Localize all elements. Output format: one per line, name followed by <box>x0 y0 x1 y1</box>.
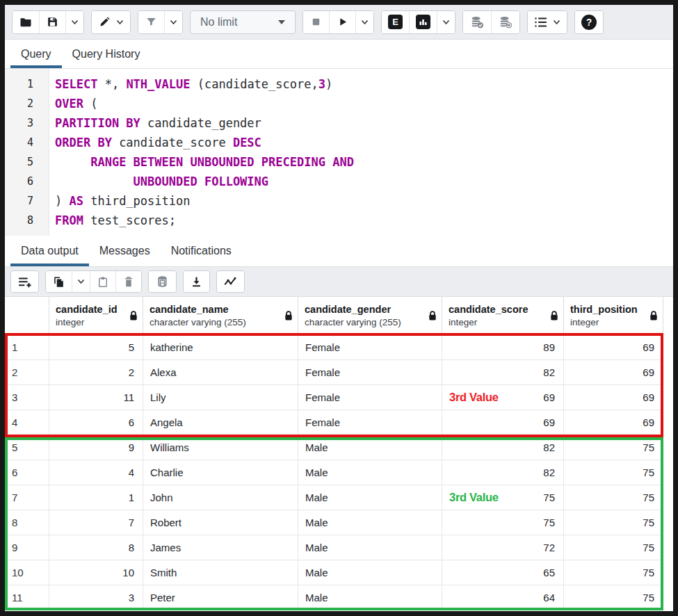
cell-candidate-id[interactable]: 4 <box>49 460 143 485</box>
row-number-header[interactable] <box>5 297 49 334</box>
copy-button[interactable] <box>46 271 72 292</box>
help-button[interactable]: ? <box>575 11 603 33</box>
sql-code-lines[interactable]: SELECT *, NTH_VALUE (candidate_score,3)O… <box>49 69 673 236</box>
row-number-cell[interactable]: 6 <box>5 460 49 485</box>
row-number-cell[interactable]: 11 <box>5 585 49 610</box>
cell-candidate-score[interactable]: 82 <box>442 435 564 460</box>
explain-dropdown-button[interactable] <box>437 11 455 33</box>
cell-candidate-gender[interactable]: Female <box>298 360 442 384</box>
code-line[interactable]: ) AS third_position <box>55 191 673 211</box>
macros-button[interactable] <box>528 11 567 33</box>
row-number-cell[interactable]: 10 <box>5 560 49 585</box>
commit-button[interactable] <box>463 11 491 33</box>
cell-candidate-name[interactable]: Williams <box>143 435 298 460</box>
cell-third-position[interactable]: 69 <box>564 385 663 410</box>
cell-candidate-name[interactable]: Charlie <box>143 460 298 485</box>
cell-candidate-id[interactable]: 10 <box>49 560 143 585</box>
paste-button[interactable] <box>90 271 115 292</box>
cell-candidate-name[interactable]: Peter <box>143 585 298 610</box>
cell-candidate-score[interactable]: 3rd Value75 <box>442 485 564 510</box>
cell-candidate-gender[interactable]: Male <box>298 535 442 560</box>
cell-candidate-name[interactable]: John <box>143 485 298 510</box>
sql-editor[interactable]: 12345678 SELECT *, NTH_VALUE (candidate_… <box>5 69 673 236</box>
cell-third-position[interactable]: 75 <box>564 485 663 510</box>
cell-candidate-score[interactable]: 82 <box>442 360 564 384</box>
cell-candidate-name[interactable]: Smith <box>143 560 298 585</box>
cell-candidate-score[interactable]: 82 <box>442 460 564 485</box>
cell-candidate-gender[interactable]: Female <box>298 410 442 435</box>
tab-query-history[interactable]: Query History <box>62 40 151 68</box>
cell-candidate-id[interactable]: 11 <box>49 385 143 410</box>
rollback-button[interactable] <box>491 11 519 33</box>
cell-candidate-gender[interactable]: Female <box>298 335 442 359</box>
save-data-changes-button[interactable] <box>149 271 176 292</box>
save-file-button[interactable] <box>39 11 65 33</box>
graph-visualiser-button[interactable] <box>217 271 244 292</box>
copy-dropdown-button[interactable] <box>72 271 90 292</box>
download-csv-button[interactable] <box>184 271 209 292</box>
execute-dropdown-button[interactable] <box>355 11 373 33</box>
cell-candidate-name[interactable]: Alexa <box>143 360 298 384</box>
code-line[interactable]: FROM test_scores; <box>55 211 673 230</box>
row-number-cell[interactable]: 3 <box>5 385 49 410</box>
cell-candidate-score[interactable]: 69 <box>442 410 564 435</box>
row-number-cell[interactable]: 5 <box>5 435 49 460</box>
cell-third-position[interactable]: 69 <box>564 335 663 359</box>
cell-third-position[interactable]: 75 <box>564 510 663 535</box>
cell-candidate-id[interactable]: 1 <box>49 485 143 510</box>
cell-candidate-score[interactable]: 75 <box>442 510 564 535</box>
cell-candidate-gender[interactable]: Male <box>298 510 442 535</box>
explain-button[interactable]: E <box>382 11 409 33</box>
explain-analyze-button[interactable] <box>409 11 437 33</box>
cell-candidate-name[interactable]: Robert <box>143 510 298 535</box>
cell-candidate-score[interactable]: 89 <box>442 335 564 359</box>
cell-third-position[interactable]: 69 <box>564 410 663 435</box>
edit-button[interactable] <box>92 11 130 33</box>
cell-third-position[interactable]: 75 <box>564 460 663 485</box>
cell-candidate-score[interactable]: 3rd Value69 <box>442 385 564 410</box>
code-line[interactable]: ORDER BY candidate_score DESC <box>55 133 673 152</box>
cell-candidate-gender[interactable]: Male <box>298 560 442 585</box>
cell-candidate-gender[interactable]: Male <box>298 460 442 485</box>
code-line[interactable]: RANGE BETWEEN UNBOUNDED PRECEDING AND <box>55 152 673 172</box>
code-line[interactable]: PARTITION BY candidate_gender <box>55 113 673 133</box>
cell-candidate-name[interactable]: Angela <box>143 410 298 435</box>
cell-third-position[interactable]: 69 <box>564 360 663 384</box>
row-number-cell[interactable]: 7 <box>5 485 49 510</box>
tab-messages[interactable]: Messages <box>89 236 161 266</box>
cell-candidate-id[interactable]: 2 <box>49 360 143 384</box>
filter-button[interactable] <box>138 11 164 33</box>
code-line[interactable]: SELECT *, NTH_VALUE (candidate_score,3) <box>55 74 673 94</box>
row-number-cell[interactable]: 1 <box>5 335 49 359</box>
column-header-candidate_id[interactable]: candidate_idinteger <box>49 297 143 334</box>
cell-candidate-id[interactable]: 7 <box>49 510 143 535</box>
cell-third-position[interactable]: 75 <box>564 435 663 460</box>
cell-candidate-id[interactable]: 3 <box>49 585 143 610</box>
delete-button[interactable] <box>115 271 141 292</box>
row-number-cell[interactable]: 9 <box>5 535 49 560</box>
code-line[interactable]: OVER ( <box>55 94 673 113</box>
row-number-cell[interactable]: 2 <box>5 360 49 384</box>
tab-query[interactable]: Query <box>10 40 62 68</box>
column-header-candidate_score[interactable]: candidate_scoreinteger <box>442 297 564 334</box>
cell-candidate-name[interactable]: James <box>143 535 298 560</box>
cell-third-position[interactable]: 75 <box>564 535 663 560</box>
execute-button[interactable] <box>329 11 355 33</box>
row-limit-select[interactable]: No limit <box>190 10 296 34</box>
tab-notifications[interactable]: Notifications <box>161 236 242 266</box>
column-header-candidate_name[interactable]: candidate_namecharacter varying (255) <box>143 297 298 334</box>
cell-candidate-gender[interactable]: Female <box>298 385 442 410</box>
cell-candidate-id[interactable]: 8 <box>49 535 143 560</box>
add-row-button[interactable] <box>11 271 38 292</box>
column-header-candidate_gender[interactable]: candidate_gendercharacter varying (255) <box>298 297 442 334</box>
cell-candidate-gender[interactable]: Male <box>298 435 442 460</box>
code-line[interactable]: UNBOUNDED FOLLOWING <box>55 172 673 191</box>
cell-candidate-id[interactable]: 9 <box>49 435 143 460</box>
cell-candidate-gender[interactable]: Male <box>298 485 442 510</box>
cell-candidate-id[interactable]: 6 <box>49 410 143 435</box>
filter-dropdown-button[interactable] <box>164 11 182 33</box>
row-number-cell[interactable]: 4 <box>5 410 49 435</box>
tab-data-output[interactable]: Data output <box>10 236 89 266</box>
cell-candidate-gender[interactable]: Male <box>298 585 442 610</box>
cell-candidate-name[interactable]: katherine <box>143 335 298 359</box>
